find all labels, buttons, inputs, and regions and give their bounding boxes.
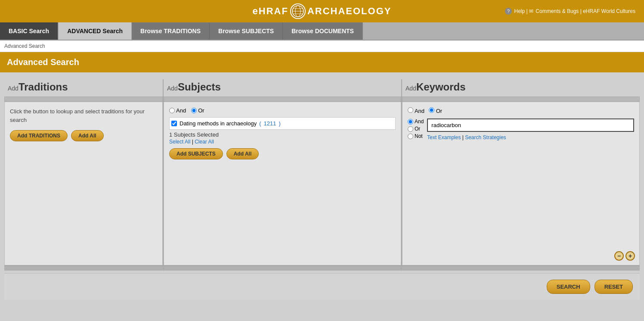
subjects-body: And Or Dating methods in archaeology (12… bbox=[164, 102, 401, 265]
help-link[interactable]: Help bbox=[514, 8, 525, 14]
tab-advanced-search[interactable]: ADVANCED Search bbox=[58, 22, 132, 40]
traditions-buttons: Add TRADITIONS Add All bbox=[10, 130, 157, 141]
keywords-row-not-radio[interactable] bbox=[408, 134, 413, 139]
subjects-column: AddSubjects And Or bbox=[163, 79, 402, 271]
email-icon: ✉ bbox=[529, 8, 533, 14]
keywords-and-label[interactable]: And bbox=[408, 107, 424, 114]
traditions-header: AddTraditions bbox=[4, 79, 163, 97]
subjects-or-label[interactable]: Or bbox=[191, 107, 204, 114]
tab-browse-traditions[interactable]: Browse TRADITIONS bbox=[132, 22, 210, 40]
tab-browse-documents[interactable]: Browse DOCUMENTS bbox=[283, 22, 363, 40]
traditions-top-bar bbox=[4, 97, 163, 102]
traditions-column: AddTraditions Click the button to lookup… bbox=[4, 79, 163, 271]
add-subjects-button[interactable]: Add SUBJECTS bbox=[169, 148, 223, 159]
subjects-or-radio[interactable] bbox=[191, 108, 197, 113]
logo-right: ARCHAEOLOGY bbox=[307, 6, 392, 17]
logo-area: eHRAF ARCHAEOLOGY bbox=[217, 3, 426, 19]
select-all-link[interactable]: Select All bbox=[169, 139, 190, 145]
keyword-row-controls: − + bbox=[614, 251, 635, 261]
main-content: AddTraditions Click the button to lookup… bbox=[0, 72, 644, 307]
remove-keyword-row-button[interactable]: − bbox=[614, 251, 624, 261]
keywords-or-radio[interactable] bbox=[429, 107, 434, 113]
keywords-operator-area: And Or bbox=[408, 107, 634, 114]
keywords-column: AddKeywords And Or bbox=[402, 79, 640, 271]
keywords-footer bbox=[402, 265, 640, 271]
subject-label: Dating methods in archaeology bbox=[180, 120, 257, 127]
logo-globe-icon bbox=[290, 3, 306, 19]
page-title-bar: Advanced Search bbox=[0, 52, 644, 72]
help-question-icon: ? bbox=[505, 8, 512, 15]
page-title: Advanced Search bbox=[7, 57, 79, 67]
bottom-action-bar: SEARCH RESET bbox=[4, 273, 640, 300]
subjects-heading-main: Subjects bbox=[178, 81, 221, 93]
search-button[interactable]: SEARCH bbox=[547, 280, 590, 294]
clear-all-link[interactable]: Clear All bbox=[195, 139, 214, 145]
traditions-footer bbox=[4, 265, 163, 271]
header-links: ? Help | ✉ Comments & Bugs | eHRAF World… bbox=[427, 8, 635, 15]
subjects-top-bar bbox=[164, 97, 401, 102]
traditions-heading-main: Traditions bbox=[19, 81, 68, 93]
keywords-row-not-label[interactable]: Not bbox=[408, 133, 424, 139]
keywords-heading-main: Keywords bbox=[416, 81, 466, 93]
keywords-row-and-label[interactable]: And bbox=[408, 118, 424, 125]
reset-button[interactable]: RESET bbox=[594, 280, 633, 294]
nav-tabs: BASIC Search ADVANCED Search Browse TRAD… bbox=[0, 22, 644, 41]
subjects-and-label[interactable]: And bbox=[169, 107, 186, 114]
subject-count: ( bbox=[259, 120, 261, 127]
subjects-links: Select All | Clear All bbox=[169, 139, 396, 145]
add-keyword-row-button[interactable]: + bbox=[625, 251, 635, 261]
keywords-header: AddKeywords bbox=[402, 79, 640, 97]
traditions-body: Click the button to lookup and select tr… bbox=[4, 102, 163, 265]
keywords-body: And Or And bbox=[402, 102, 640, 265]
traditions-add-all-button[interactable]: Add All bbox=[71, 130, 104, 141]
keywords-row-and-radio[interactable] bbox=[408, 119, 413, 125]
traditions-description: Click the button to lookup and select tr… bbox=[10, 107, 157, 124]
world-cultures-link[interactable]: eHRAF World Cultures bbox=[583, 8, 635, 14]
subject-count-value: 1211 bbox=[264, 120, 276, 127]
subjects-header: AddSubjects bbox=[164, 79, 401, 97]
keywords-and-radio[interactable] bbox=[408, 107, 413, 113]
subjects-footer bbox=[164, 265, 401, 271]
subjects-operator-row: And Or bbox=[169, 107, 396, 114]
breadcrumb: Advanced Search bbox=[0, 41, 644, 52]
keyword-links: Text Examples | Search Strategies bbox=[427, 134, 634, 140]
search-strategies-link[interactable]: Search Strategies bbox=[465, 134, 506, 140]
keywords-anornot-group: And Or Not bbox=[408, 118, 424, 139]
keywords-input-row: And Or Not Text bbox=[408, 118, 634, 140]
add-traditions-button[interactable]: Add TRADITIONS bbox=[10, 130, 68, 141]
subjects-count-row: 1 Subjects Selected bbox=[169, 131, 396, 138]
logo-left: eHRAF bbox=[253, 6, 288, 17]
columns-container: AddTraditions Click the button to lookup… bbox=[4, 79, 640, 271]
keywords-top-bar bbox=[402, 97, 640, 102]
keyword-input[interactable] bbox=[427, 118, 634, 132]
keywords-or-label[interactable]: Or bbox=[429, 107, 442, 114]
tab-basic-search[interactable]: BASIC Search bbox=[0, 22, 58, 40]
subjects-and-radio[interactable] bbox=[169, 108, 175, 113]
subjects-buttons: Add SUBJECTS Add All bbox=[169, 148, 396, 159]
comments-bugs-link[interactable]: Comments & Bugs bbox=[536, 8, 579, 14]
tab-browse-subjects[interactable]: Browse SUBJECTS bbox=[210, 22, 283, 40]
subjects-add-all-button[interactable]: Add All bbox=[226, 148, 259, 159]
subject-checkbox[interactable] bbox=[171, 121, 177, 126]
keywords-row-or-label[interactable]: Or bbox=[408, 126, 424, 132]
text-examples-link[interactable]: Text Examples bbox=[427, 134, 461, 140]
keywords-andor-row: And Or bbox=[408, 107, 442, 114]
site-header: eHRAF ARCHAEOLOGY ? Help | ✉ Comments & … bbox=[0, 0, 644, 22]
subject-item: Dating methods in archaeology (1211) bbox=[169, 117, 396, 130]
keywords-row-or-radio[interactable] bbox=[408, 126, 413, 132]
keywords-input-area: Text Examples | Search Strategies bbox=[427, 118, 634, 140]
